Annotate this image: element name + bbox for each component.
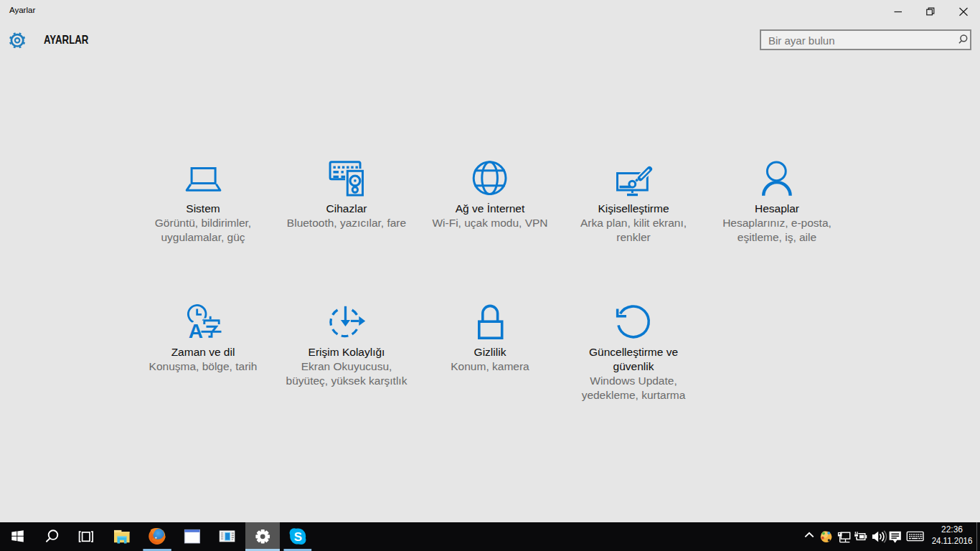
svg-text:S: S — [294, 530, 302, 544]
svg-text:A: A — [189, 320, 203, 342]
